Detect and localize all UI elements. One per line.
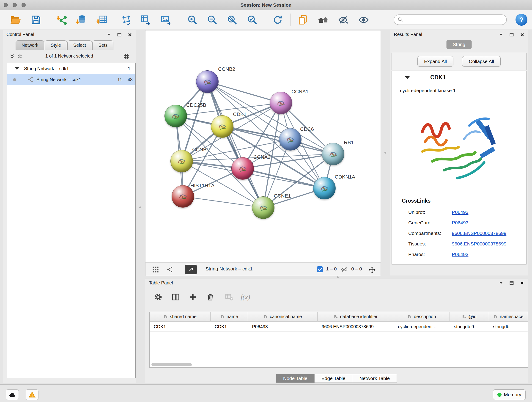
horizontal-splitter-handle[interactable] — [337, 276, 339, 278]
table-row[interactable]: CDK1CDK1P064939606.ENSP00000378699cyclin… — [150, 322, 528, 332]
tab-node-table[interactable]: Node Table — [276, 374, 315, 383]
network-node-CDC6[interactable] — [279, 128, 302, 151]
network-node-CCNB1[interactable] — [171, 150, 193, 172]
tab-style[interactable]: Style — [45, 40, 67, 50]
table-options-button[interactable] — [152, 291, 164, 303]
memory-button[interactable]: Memory — [493, 389, 526, 400]
control-panel-close-button[interactable] — [127, 31, 133, 38]
table-cell[interactable]: P06493 — [248, 322, 317, 332]
tab-network[interactable]: Network — [16, 40, 44, 50]
network-node-CDK1[interactable] — [211, 115, 234, 138]
tab-string[interactable]: String — [446, 40, 472, 49]
tab-sets[interactable]: Sets — [92, 40, 114, 50]
horizontal-scrollbar[interactable] — [152, 363, 192, 366]
open-session-button[interactable] — [9, 13, 22, 26]
column-header-name[interactable]: name — [210, 312, 248, 321]
column-header-description[interactable]: description — [394, 312, 450, 321]
expand-all-button[interactable]: Expand All — [418, 56, 453, 67]
welcome-screen-button[interactable] — [317, 13, 330, 26]
tab-network-table[interactable]: Network Table — [352, 374, 397, 383]
network-canvas[interactable]: CCNB2CCNA1CDC25BCDK1CDC6RB1CCNB1CCNA2CDK… — [145, 30, 381, 263]
crosslink-link[interactable]: P06493 — [452, 249, 468, 260]
tab-select[interactable]: Select — [67, 40, 92, 50]
delete-column-button[interactable] — [205, 291, 216, 303]
export-image-button[interactable] — [159, 13, 172, 26]
control-panel-collapse-button[interactable] — [105, 31, 112, 38]
zoom-out-button[interactable] — [206, 13, 219, 26]
column-header-canonical-name[interactable]: canonical name — [248, 312, 317, 321]
duplicate-network-button[interactable] — [139, 13, 152, 26]
export-view-button[interactable] — [185, 265, 197, 274]
search-input[interactable] — [405, 17, 506, 22]
window-controls — [4, 3, 26, 7]
network-node-CDKN1A[interactable] — [313, 177, 336, 199]
table-cell[interactable]: stringdb:9... — [450, 322, 489, 332]
network-overview-button[interactable] — [165, 265, 175, 274]
crosslink-link[interactable]: 9606.ENSP00000378699 — [452, 239, 506, 249]
network-node-CCNA2[interactable] — [231, 157, 254, 180]
network-node-CDC25B[interactable] — [165, 105, 187, 127]
create-column-button[interactable] — [187, 291, 199, 303]
crosslink-link[interactable]: P06493 — [452, 207, 468, 217]
network-collection-row[interactable]: String Network – cdk1 1 — [7, 63, 135, 74]
table-panel-float-button[interactable] — [508, 280, 515, 287]
network-row[interactable]: String Network – cdk1 11 48 — [7, 74, 135, 85]
window-minimize-button[interactable] — [13, 3, 17, 7]
warnings-button[interactable] — [26, 389, 38, 400]
results-panel-close-button[interactable] — [519, 31, 526, 38]
import-table-button[interactable] — [95, 13, 108, 26]
import-network-file-button[interactable] — [56, 13, 68, 26]
zoom-out-icon — [207, 14, 218, 26]
table-panel-collapse-button[interactable] — [498, 280, 505, 287]
tab-edge-table[interactable]: Edge Table — [314, 374, 353, 383]
zoom-fit-button[interactable] — [226, 13, 239, 26]
birds-eye-view-button[interactable] — [151, 265, 161, 274]
hide-selected-button[interactable] — [337, 13, 350, 26]
window-close-button[interactable] — [4, 3, 8, 7]
copy-style-button[interactable] — [297, 13, 309, 26]
vertical-splitter-handle[interactable] — [385, 152, 386, 153]
column-header-namespace[interactable]: namespace — [489, 312, 528, 321]
network-node-CCNA1[interactable] — [270, 92, 292, 114]
crosslink-link[interactable]: 9606.ENSP00000378699 — [452, 228, 506, 239]
import-table-icon — [96, 14, 107, 26]
vertical-splitter-handle[interactable] — [139, 206, 141, 208]
selected-indicator-checkbox[interactable] — [317, 266, 323, 272]
cloud-status-button[interactable] — [6, 389, 19, 400]
table-cell[interactable]: cyclin-dependent ... — [394, 322, 450, 332]
table-cell[interactable]: 9606.ENSP00000378699 — [317, 322, 394, 332]
column-header-database-identifier[interactable]: database identifier — [317, 312, 394, 321]
show-columns-button[interactable] — [170, 291, 181, 303]
tree-expand-icon[interactable] — [15, 67, 19, 70]
zoom-in-button[interactable] — [186, 13, 199, 26]
apply-layout-button[interactable] — [271, 13, 284, 26]
network-node-RB1[interactable] — [322, 143, 344, 165]
results-panel-header: Results Panel — [390, 30, 528, 39]
table-cell[interactable]: stringdb — [489, 322, 528, 332]
results-panel-collapse-button[interactable] — [498, 31, 505, 38]
control-panel-float-button[interactable] — [116, 31, 123, 38]
function-builder-button[interactable]: f(x) — [240, 291, 251, 303]
results-panel-float-button[interactable] — [508, 31, 515, 38]
show-all-button[interactable] — [357, 13, 370, 26]
network-node-CCNB2[interactable] — [196, 70, 219, 93]
search-box[interactable] — [394, 14, 507, 25]
table-cell[interactable]: CDK1 — [150, 322, 210, 332]
zoom-selected-button[interactable] — [246, 13, 259, 26]
column-header-shared-name[interactable]: shared name — [150, 312, 210, 321]
help-button[interactable]: ? — [515, 14, 527, 26]
new-network-button[interactable] — [120, 13, 133, 26]
protein-card-header[interactable]: CDK1 — [392, 71, 526, 84]
fit-content-button[interactable] — [368, 265, 377, 274]
crosslink-link[interactable]: P06493 — [452, 217, 468, 228]
table-panel-close-button[interactable] — [519, 280, 526, 287]
network-options-button[interactable] — [123, 52, 132, 61]
column-header--id[interactable]: @id — [450, 312, 489, 321]
save-session-button[interactable] — [30, 13, 42, 26]
collapse-all-button[interactable]: Collapse All — [462, 56, 500, 67]
import-network-database-button[interactable] — [75, 13, 88, 26]
network-node-CCNE1[interactable] — [252, 196, 274, 219]
window-zoom-button[interactable] — [22, 3, 26, 7]
collapse-section-icon[interactable] — [405, 76, 410, 80]
table-cell[interactable]: CDK1 — [210, 322, 248, 332]
